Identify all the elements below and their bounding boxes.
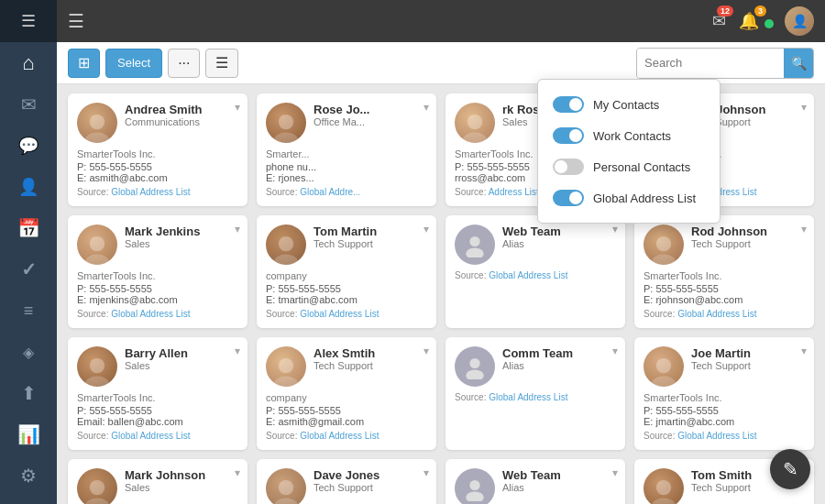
svg-point-4 bbox=[468, 115, 482, 129]
svg-point-8 bbox=[90, 236, 104, 251]
search-button[interactable]: 🔍 bbox=[784, 49, 813, 78]
contact-card[interactable]: ▾ Rod Johnson Tech Support SmarterTools … bbox=[634, 215, 814, 328]
card-chevron-icon[interactable]: ▾ bbox=[612, 223, 618, 236]
svg-point-18 bbox=[279, 358, 293, 373]
svg-point-5 bbox=[463, 133, 487, 143]
contact-role: Alias bbox=[502, 482, 616, 493]
sidebar-item-upload[interactable]: ⬆ bbox=[0, 373, 57, 414]
source-link[interactable]: Global Address List bbox=[677, 309, 756, 319]
bell-notification[interactable]: 🔔 3 bbox=[739, 11, 759, 31]
contact-avatar bbox=[266, 225, 306, 265]
sidebar-item-contacts[interactable]: 👤 bbox=[0, 166, 57, 207]
dropdown-item-my-contacts[interactable]: My Contacts bbox=[538, 89, 720, 120]
card-chevron-icon[interactable]: ▾ bbox=[424, 101, 429, 114]
card-chevron-icon[interactable]: ▾ bbox=[235, 345, 240, 357]
user-avatar[interactable]: 👤 bbox=[785, 6, 814, 36]
contact-card[interactable]: ▾ Web Team Alias Source: Global Address … bbox=[446, 215, 625, 328]
hamburger-icon[interactable]: ☰ bbox=[0, 0, 57, 42]
contact-card[interactable]: ▾ Alex Smtih Tech Support company P: 555… bbox=[257, 337, 436, 450]
personal-contacts-toggle[interactable] bbox=[553, 159, 584, 175]
card-info: Rod Johnson Tech Support bbox=[691, 225, 805, 249]
sidebar-item-chat[interactable]: 💬 bbox=[0, 125, 57, 166]
svg-point-21 bbox=[466, 370, 484, 380]
sidebar-item-rss[interactable]: ◈ bbox=[0, 332, 57, 373]
contact-card[interactable]: ▾ Tom Martin Tech Support company P: 555… bbox=[257, 215, 436, 328]
list-view-button[interactable]: ☰ bbox=[205, 49, 238, 78]
dropdown-item-global-address[interactable]: Global Address List bbox=[538, 182, 720, 214]
card-header: Joe Martin Tech Support bbox=[644, 346, 805, 387]
source-link[interactable]: Global Address List bbox=[489, 270, 567, 280]
search-input[interactable] bbox=[637, 49, 784, 78]
card-info: Web Team Alias bbox=[502, 468, 616, 493]
contact-card[interactable]: ▾ Barry Allen Sales SmarterTools Inc. P:… bbox=[68, 337, 248, 450]
contact-card[interactable]: ▾ Andrea Smith Communications SmarterToo… bbox=[68, 93, 248, 206]
contact-card[interactable]: ▾ Comm Team Alias Source: Global Address… bbox=[446, 337, 625, 450]
view-cards-button[interactable]: ⊞ bbox=[68, 49, 100, 78]
fab-button[interactable]: ✎ bbox=[770, 449, 810, 489]
sidebar-item-home[interactable]: ⌂ bbox=[0, 42, 57, 83]
source-link[interactable]: Global Address List bbox=[111, 309, 190, 319]
card-header: Web Team Alias bbox=[455, 468, 616, 504]
source-link[interactable]: Global Address List bbox=[111, 431, 190, 441]
my-contacts-toggle[interactable] bbox=[553, 96, 584, 113]
menu-icon[interactable]: ☰ bbox=[68, 10, 84, 32]
dropdown-item-personal-contacts[interactable]: Personal Contacts bbox=[538, 151, 720, 182]
card-chevron-icon[interactable]: ▾ bbox=[235, 101, 240, 114]
contact-source: Source: Global Address List bbox=[455, 392, 616, 402]
card-chevron-icon[interactable]: ▾ bbox=[801, 345, 807, 357]
contact-card[interactable]: ▾ Web Team Alias Source: Account: Global… bbox=[446, 459, 625, 504]
contact-email: E: jmartin@abc.com bbox=[644, 416, 805, 427]
contact-card[interactable]: ▾ Dave Jones Tech Support company P: 555… bbox=[257, 459, 436, 504]
contact-card[interactable]: ▾ Mark Jenkins Sales SmarterTools Inc. P… bbox=[68, 215, 248, 328]
card-info: Web Team Alias bbox=[502, 225, 616, 249]
source-link[interactable]: Global Address List bbox=[111, 187, 190, 197]
sidebar-item-mail[interactable]: ✉ bbox=[0, 83, 57, 125]
sidebar-item-settings[interactable]: ⚙ bbox=[0, 455, 57, 497]
contact-avatar bbox=[455, 225, 495, 265]
contact-role: Communications bbox=[125, 116, 238, 127]
bell-badge: 3 bbox=[754, 5, 766, 16]
sidebar-item-calendar[interactable]: 📅 bbox=[0, 207, 57, 248]
dropdown-item-work-contacts[interactable]: Work Contacts bbox=[538, 120, 720, 151]
source-link[interactable]: Address List bbox=[489, 187, 539, 197]
contact-card[interactable]: ▾ Mark Johnson Sales SmarterTools Inc. P… bbox=[68, 459, 248, 504]
source-link[interactable]: Global Address List bbox=[300, 431, 379, 441]
mail-notification[interactable]: ✉ 12 bbox=[712, 11, 726, 31]
source-link[interactable]: Global Address List bbox=[489, 392, 567, 402]
select-button[interactable]: Select bbox=[105, 49, 162, 78]
contact-role: Tech Support bbox=[314, 360, 427, 371]
card-chevron-icon[interactable]: ▾ bbox=[424, 345, 429, 357]
contact-card[interactable]: ▾ Joe Martin Tech Support SmarterTools I… bbox=[634, 337, 814, 450]
card-chevron-icon[interactable]: ▾ bbox=[612, 345, 618, 357]
card-chevron-icon[interactable]: ▾ bbox=[801, 223, 807, 236]
contact-role: Tech Support bbox=[691, 238, 805, 249]
source-link[interactable]: Global Addre... bbox=[300, 187, 360, 197]
card-header: Barry Allen Sales bbox=[77, 346, 238, 387]
sidebar-item-reports[interactable]: 📊 bbox=[0, 414, 57, 455]
svg-point-22 bbox=[656, 358, 671, 373]
contact-avatar bbox=[455, 346, 495, 387]
sidebar-item-tasks[interactable]: ✓ bbox=[0, 248, 57, 290]
contact-card[interactable]: ▾ Rose Jo... Office Ma... Smarter... pho… bbox=[257, 93, 436, 206]
global-address-toggle[interactable] bbox=[553, 190, 584, 206]
card-chevron-icon[interactable]: ▾ bbox=[612, 466, 618, 479]
select-label: Select bbox=[117, 56, 150, 70]
card-chevron-icon[interactable]: ▾ bbox=[424, 466, 429, 479]
card-chevron-icon[interactable]: ▾ bbox=[801, 101, 807, 114]
card-chevron-icon[interactable]: ▾ bbox=[424, 223, 429, 236]
svg-point-26 bbox=[279, 480, 293, 495]
contact-company: SmarterTools Inc. bbox=[77, 392, 238, 403]
sidebar-item-notes[interactable]: ≡ bbox=[0, 290, 57, 332]
more-options-button[interactable]: ··· bbox=[168, 49, 200, 78]
svg-point-16 bbox=[90, 358, 104, 373]
topbar: ☰ ✉ 12 🔔 3 👤 bbox=[57, 0, 825, 42]
contact-role: Alias bbox=[502, 360, 616, 371]
contact-avatar bbox=[266, 103, 306, 143]
work-contacts-toggle[interactable] bbox=[553, 127, 584, 144]
card-chevron-icon[interactable]: ▾ bbox=[235, 223, 240, 236]
card-chevron-icon[interactable]: ▾ bbox=[235, 466, 240, 479]
source-link[interactable]: Global Address List bbox=[300, 309, 379, 319]
contact-name: Web Team bbox=[502, 225, 616, 238]
source-link[interactable]: Global Address List bbox=[677, 431, 756, 441]
main-content: ☰ ✉ 12 🔔 3 👤 ⊞ Select ··· ☰ bbox=[57, 0, 825, 504]
